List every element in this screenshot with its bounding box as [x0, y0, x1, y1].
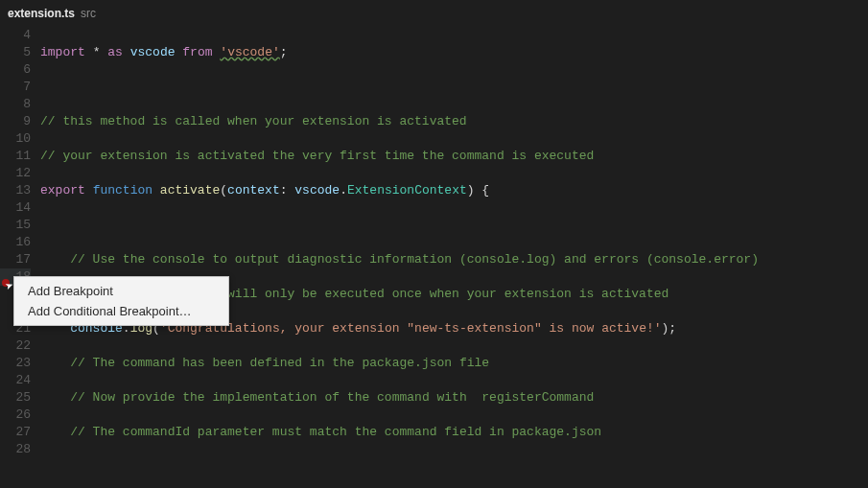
- menu-add-breakpoint[interactable]: Add Breakpoint: [14, 281, 228, 301]
- tab-filename[interactable]: extension.ts: [8, 7, 75, 20]
- tab-folder: src: [81, 7, 96, 20]
- code-editor[interactable]: 456789 101112131415 1617181920 212223242…: [0, 27, 868, 488]
- menu-add-conditional-breakpoint[interactable]: Add Conditional Breakpoint…: [14, 301, 228, 321]
- gutter-context-menu: Add Breakpoint Add Conditional Breakpoin…: [13, 276, 229, 326]
- code-area[interactable]: import * as vscode from 'vscode'; // thi…: [40, 27, 868, 488]
- breakpoint-marker[interactable]: [2, 279, 10, 287]
- tab-bar: extension.ts src: [0, 0, 868, 27]
- line-number-gutter[interactable]: 456789 101112131415 1617181920 212223242…: [0, 27, 40, 488]
